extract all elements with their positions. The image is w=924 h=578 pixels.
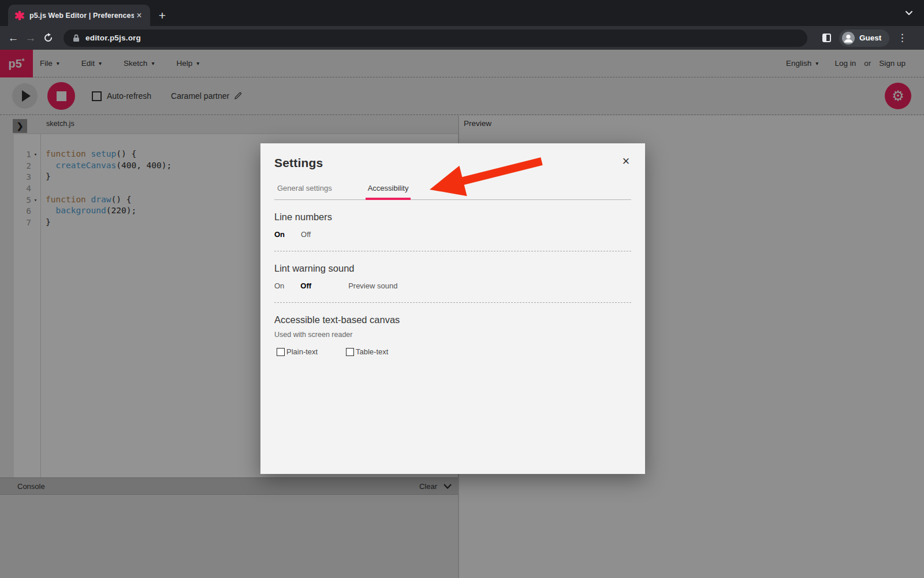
lock-icon (73, 34, 80, 42)
preview-sound-button[interactable]: Preview sound (348, 281, 397, 290)
modal-tab-accessibility[interactable]: Accessibility (366, 184, 411, 200)
guest-profile-button[interactable]: Guest (839, 29, 889, 47)
screen-reader-note: Used with screen reader (274, 331, 631, 339)
lint-sound-options: OnOffPreview sound (274, 281, 631, 290)
line_numbers-option-off[interactable]: Off (301, 230, 311, 239)
browser-tabstrip: p5.js Web Editor | Preferences × + (0, 0, 924, 26)
accessible-canvas-heading: Accessible text-based canvas (274, 314, 631, 325)
table-text-checkbox[interactable] (346, 348, 354, 356)
side-panel-icon[interactable] (822, 34, 831, 42)
lint-sound-heading: Lint warning sound (274, 263, 631, 274)
modal-tabs: General settingsAccessibility (274, 184, 631, 200)
modal-close-icon[interactable]: × (619, 154, 634, 169)
settings-modal: Settings × General settingsAccessibility… (260, 143, 645, 474)
checkbox-table-text: Table-text (346, 347, 415, 356)
checkbox-label: Plain-text (286, 347, 318, 356)
line-numbers-options: OnOff (274, 230, 631, 239)
browser-tab[interactable]: p5.js Web Editor | Preferences × (8, 5, 150, 26)
p5-editor-page: p5* File▾Edit▾Sketch▾Help▾ English▾ Log … (0, 50, 924, 578)
section-divider (274, 251, 631, 251)
checkbox-label: Table-text (356, 347, 388, 356)
new-tab-button[interactable]: + (155, 8, 170, 23)
section-divider (274, 302, 631, 303)
forward-button[interactable]: → (22, 29, 39, 47)
plain-text-checkbox[interactable] (277, 348, 285, 356)
guest-label: Guest (859, 34, 881, 42)
tab-search-chevron-icon[interactable] (904, 9, 914, 19)
modal-tab-general-settings[interactable]: General settings (275, 184, 334, 200)
line_numbers-option-on[interactable]: On (274, 230, 285, 239)
accessible-canvas-checkboxes: Plain-textTable-text (277, 347, 631, 356)
browser-menu-icon[interactable]: ⋮ (896, 32, 908, 44)
tab-close-icon[interactable]: × (134, 10, 144, 21)
refresh-button[interactable] (39, 29, 57, 47)
back-button[interactable]: ← (5, 29, 22, 47)
lint_sound-option-on[interactable]: On (274, 281, 284, 290)
line-numbers-heading: Line numbers (274, 212, 631, 223)
lint_sound-option-off[interactable]: Off (300, 281, 311, 290)
browser-navbar: ← → editor.p5js.org Guest ⋮ (0, 26, 924, 50)
address-bar[interactable]: editor.p5js.org (64, 29, 807, 47)
checkbox-plain-text: Plain-text (277, 347, 346, 356)
tab-title: p5.js Web Editor | Preferences (29, 12, 134, 20)
avatar-icon (841, 31, 855, 45)
url-text: editor.p5js.org (85, 34, 141, 42)
modal-title: Settings (274, 156, 631, 170)
p5-favicon-icon (15, 11, 24, 20)
